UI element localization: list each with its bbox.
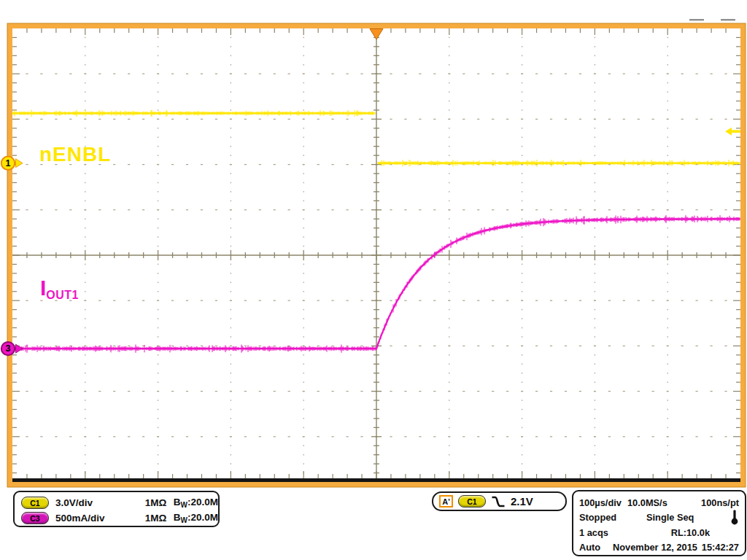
acquisition-state: Stopped xyxy=(579,512,646,523)
sample-rate: 10.0MS/s xyxy=(627,497,667,508)
time-label: 15:42:27 xyxy=(702,542,739,553)
ch1-scale: 3.0V/div xyxy=(55,497,145,508)
ch3-badge: C3 xyxy=(21,512,49,524)
record-length: RL:10.0k xyxy=(671,527,710,538)
timebase-scale: 100µs/div xyxy=(579,497,627,508)
ch1-badge: C1 xyxy=(21,497,49,509)
ch3-impedance: 1MΩ xyxy=(145,513,174,524)
acquisition-state-row: Stopped Single Seq xyxy=(579,510,739,526)
channel-readout-box: C1 3.0V/div 1MΩ BW:20.0M C3 500mA/div 1M… xyxy=(13,491,220,527)
ch1-readout-row: C1 3.0V/div 1MΩ BW:20.0M xyxy=(21,495,218,510)
sample-resolution: 100ns/pt xyxy=(701,497,739,508)
ch1-impedance: 1MΩ xyxy=(145,497,174,508)
bw-value: :20.0M xyxy=(187,497,218,508)
oscilloscope-screen: 13 nENBL IOUT1 C1 3.0V/div 1MΩ BW:20.0M … xyxy=(0,0,747,560)
bw-letter: B xyxy=(174,512,181,523)
ch3-readout-row: C3 500mA/div 1MΩ BW:20.0M xyxy=(21,510,218,526)
timebase-row: 100µs/div 10.0MS/s 100ns/pt xyxy=(579,495,739,510)
graticule-canvas: 13 xyxy=(0,0,747,560)
trigger-source-chip: A' xyxy=(439,495,453,508)
ch1-trace-label: nENBL xyxy=(39,143,111,166)
trigger-mode: Auto xyxy=(579,542,613,553)
falling-edge-icon xyxy=(491,496,506,508)
bw-sub: W xyxy=(181,501,187,509)
acquisition-count: 1 acqs xyxy=(579,527,608,538)
bw-value: :20.0M xyxy=(187,512,218,523)
ch1-bandwidth: BW:20.0M xyxy=(174,497,218,509)
bw-letter: B xyxy=(174,497,181,508)
marker-pin-icon xyxy=(730,510,739,525)
status-row: Auto November 12, 2015 15:42:27 xyxy=(579,540,739,556)
acquisition-mode: Single Seq xyxy=(646,512,694,523)
ch3-label-subscript: OUT1 xyxy=(46,289,79,301)
ch3-trace-label: IOUT1 xyxy=(40,276,79,302)
ch3-scale: 500mA/div xyxy=(55,513,145,524)
date-label: November 12, 2015 xyxy=(613,542,697,553)
acquisition-readout-box: 100µs/div 10.0MS/s 100ns/pt Stopped Sing… xyxy=(572,490,746,556)
acquisition-count-row: 1 acqs RL:10.0k xyxy=(579,525,739,540)
bw-sub: W xyxy=(181,516,187,524)
trigger-channel-badge: C1 xyxy=(458,495,486,508)
svg-text:3: 3 xyxy=(6,343,11,354)
trigger-level: 2.1V xyxy=(511,495,533,508)
ch3-bandwidth: BW:20.0M xyxy=(174,512,218,524)
trigger-readout-box: A' C1 2.1V xyxy=(432,491,567,511)
svg-text:1: 1 xyxy=(6,158,11,168)
